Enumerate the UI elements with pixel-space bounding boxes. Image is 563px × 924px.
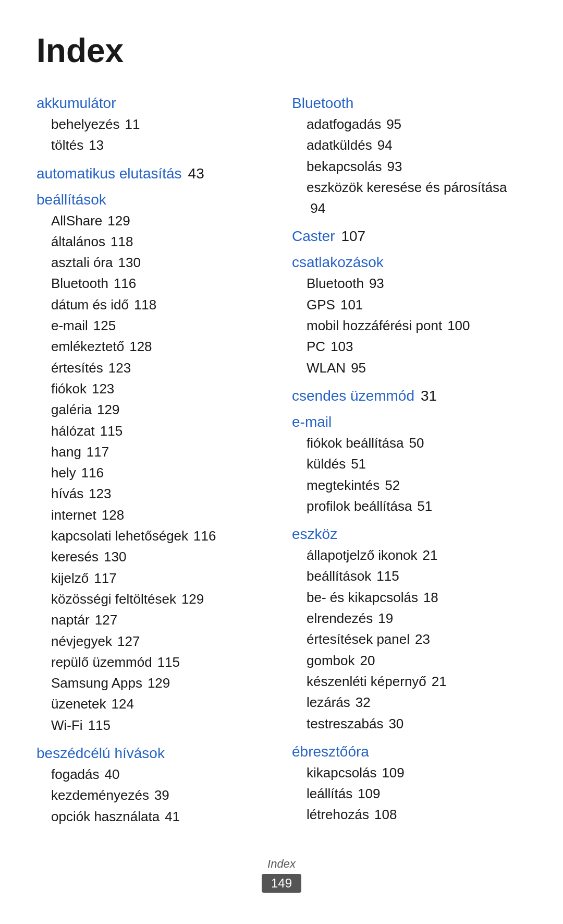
heading-eszkoz: eszköz — [292, 526, 527, 543]
entry-e-mail-beallitas: e-mail125 — [36, 315, 271, 336]
section-eszkoz: eszköz állapotjelző ikonok21 beállítások… — [292, 526, 527, 734]
entry-bluetooth-beallitas: Bluetooth116 — [36, 273, 271, 294]
heading-automatikus: automatikus elutasítás 43 — [36, 165, 271, 182]
section-csatlakazasok: csatlakozások Bluetooth93 GPS101 mobil h… — [292, 254, 527, 378]
entry-bluetooth-csat: Bluetooth93 — [292, 273, 527, 294]
entry-toltes: töltés 13 — [36, 135, 271, 155]
heading-email: e-mail — [292, 414, 527, 430]
entry-mobil-hozzaferesi: mobil hozzáférési pont100 — [292, 315, 527, 336]
entry-nevjegyek: névjegyek127 — [36, 631, 271, 652]
entry-internet: internet128 — [36, 505, 271, 525]
column-right: Bluetooth adatfogadás95 adatküldés94 bek… — [292, 95, 527, 836]
entry-allshare: AllShare129 — [36, 210, 271, 231]
index-columns: akkumulátor behelyezés 11 töltés 13 auto… — [36, 95, 527, 836]
section-beallitasok: beállítások AllShare129 általános118 asz… — [36, 191, 271, 736]
heading-beszedcelu-hivasok: beszédcélú hívások — [36, 745, 271, 762]
entry-behelyezes: behelyezés 11 — [36, 114, 271, 135]
heading-beallitasok: beállítások — [36, 191, 271, 208]
heading-csendes-uzemmod: csendes üzemmód 31 — [292, 388, 527, 404]
entry-wi-fi: Wi-Fi115 — [36, 715, 271, 736]
entry-ertesitesek-panel: értesítések panel23 — [292, 629, 527, 650]
entry-altalanos: általános118 — [36, 231, 271, 252]
entry-be-es-kikapcsolas: be- és kikapcsolás18 — [292, 587, 527, 608]
section-csendes-uzemmod: csendes üzemmód 31 — [292, 388, 527, 404]
page-title: Index — [36, 31, 527, 70]
entry-pc: PC103 — [292, 336, 527, 357]
entry-kereses: keresés130 — [36, 546, 271, 567]
heading-ebresztoora: ébresztőóra — [292, 743, 527, 760]
entry-megtekintes: megtekintés52 — [292, 475, 527, 496]
entry-galeria: galéria129 — [36, 399, 271, 420]
column-left: akkumulátor behelyezés 11 töltés 13 auto… — [36, 95, 292, 836]
entry-kapcsolati-lehetosegek: kapcsolati lehetőségek116 — [36, 525, 271, 546]
entry-beallitasok-eszkoz: beállítások115 — [292, 566, 527, 586]
section-akkumulator: akkumulátor behelyezés 11 töltés 13 — [36, 95, 271, 156]
entry-adatkuldés: adatküldés94 — [292, 135, 527, 155]
entry-wlan: WLAN95 — [292, 357, 527, 378]
section-beszedcelu-hivasok: beszédcélú hívások fogadás40 kezdeményez… — [36, 745, 271, 827]
entry-samsung-apps: Samsung Apps129 — [36, 673, 271, 693]
heading-csatlakozasok: csatlakozások — [292, 254, 527, 271]
heading-caster: Caster 107 — [292, 228, 527, 245]
entry-halozat: hálózat115 — [36, 421, 271, 441]
entry-repulo-uzemmod: repülő üzemmód115 — [36, 652, 271, 673]
entry-asztali-ora: asztali óra130 — [36, 252, 271, 273]
entry-lezaras: lezárás32 — [292, 692, 527, 713]
entry-kijelzo: kijelző117 — [36, 568, 271, 589]
heading-bluetooth: Bluetooth — [292, 95, 527, 112]
section-caster: Caster 107 — [292, 228, 527, 245]
entry-adatfogadas: adatfogadás95 — [292, 114, 527, 135]
section-email: e-mail fiókok beállítása50 küldés51 megt… — [292, 414, 527, 517]
entry-kozossegi-feltoltesek: közösségi feltöltések129 — [36, 589, 271, 609]
heading-akkumulator: akkumulátor — [36, 95, 271, 112]
section-automatikus: automatikus elutasítás 43 — [36, 165, 271, 182]
entry-opciok-hasznalata: opciók használata41 — [36, 806, 271, 827]
entry-letrehozas: létrehozás108 — [292, 804, 527, 825]
entry-keszenlet-kepernyo: készenléti képernyő21 — [292, 671, 527, 692]
entry-elrendezes: elrendezés19 — [292, 608, 527, 629]
entry-kuldes: küldés51 — [292, 453, 527, 474]
footer-page-number: 149 — [262, 874, 301, 893]
entry-uzenetek: üzenetek124 — [36, 693, 271, 714]
entry-lealliatas: leállítás109 — [292, 783, 527, 804]
entry-allapotjelzo-ikonok: állapotjelző ikonok21 — [292, 545, 527, 566]
entry-kezdemenyezes: kezdeményezés39 — [36, 785, 271, 806]
entry-fogadas: fogadás40 — [36, 764, 271, 785]
entry-ertesites: értesítés123 — [36, 357, 271, 378]
entry-kikapcsolas: kikapcsolás109 — [292, 762, 527, 783]
entry-emlekezteto: emlékeztető128 — [36, 336, 271, 357]
entry-naptar: naptár127 — [36, 609, 271, 630]
footer-label: Index — [0, 857, 563, 871]
entry-eszkozok-keresese: eszközök keresése és párosítása 94 — [292, 177, 527, 219]
entry-datum-es-ido: dátum és idő118 — [36, 294, 271, 315]
entry-profilok-beallitasa: profilok beállítása51 — [292, 496, 527, 517]
entry-fiokok: fiókok123 — [36, 378, 271, 399]
entry-bekapcsolas: bekapcsolás93 — [292, 156, 527, 177]
section-ebresztoora: ébresztőóra kikapcsolás109 leállítás109 … — [292, 743, 527, 825]
page-footer: Index 149 — [0, 857, 563, 893]
entry-gps: GPS101 — [292, 294, 527, 315]
entry-testreszabas: testreszabás30 — [292, 713, 527, 734]
entry-gombok: gombok20 — [292, 650, 527, 671]
entry-hely: hely116 — [36, 462, 271, 483]
section-bluetooth: Bluetooth adatfogadás95 adatküldés94 bek… — [292, 95, 527, 219]
entry-fiokok-beallitasa: fiókok beállítása50 — [292, 433, 527, 453]
entry-hang: hang117 — [36, 441, 271, 462]
entry-hivas: hívás123 — [36, 483, 271, 504]
